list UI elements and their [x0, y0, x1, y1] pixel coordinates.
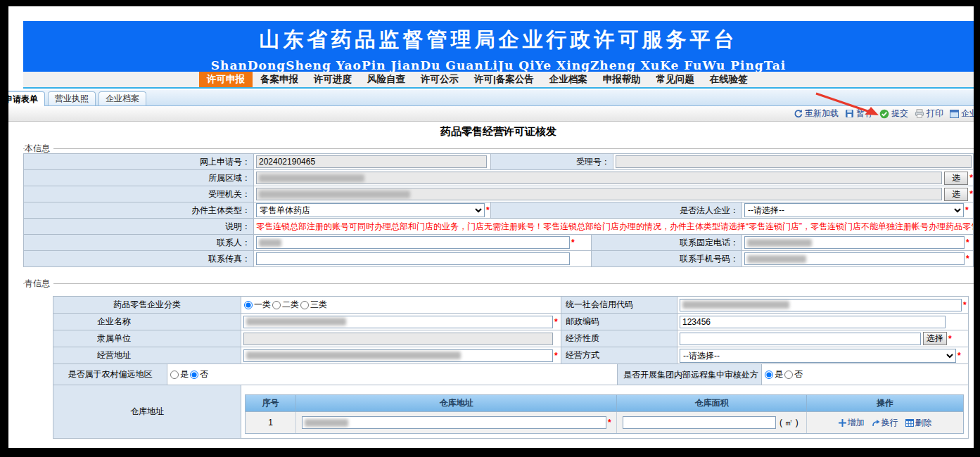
nav-item-risk-selfcheck[interactable]: 风险自查 [359, 72, 413, 87]
online-app-no-input[interactable]: 202402190465 [256, 155, 487, 168]
nav-item-online-verify[interactable]: 在线验签 [702, 72, 756, 87]
print-button[interactable]: 打印 [915, 108, 943, 120]
accept-org-select-button[interactable]: 选择 [944, 188, 968, 201]
nav-item-faq[interactable]: 常见问题 [649, 72, 702, 87]
affiliation-label: 隶属单位 [53, 330, 241, 347]
retail-class-label: 药品零售企业分类 [53, 297, 241, 314]
required-asterisk: * [969, 189, 973, 199]
tel-input[interactable] [744, 236, 965, 249]
tab-application-form[interactable]: 申请表单 [8, 91, 45, 106]
tab-enterprise-archive[interactable]: 企业档案 [98, 91, 146, 105]
site-title-pinyin: ShanDongSheng YaoPin JianDu GuanLiJu QiY… [23, 58, 974, 72]
nav-item-filing-apply[interactable]: 备案申报 [253, 72, 306, 87]
nav-item-enterprise-archive[interactable]: 企业档案 [542, 72, 595, 87]
legal-entity-label: 是否法人企业： [491, 202, 742, 219]
economic-nature-input[interactable] [680, 333, 921, 345]
tab-business-license[interactable]: 营业执照 [48, 91, 96, 105]
rural-remote-radio-no[interactable]: 否 [189, 368, 208, 380]
business-address-label: 经营地址 [53, 347, 241, 364]
subject-type-field: 零售单体药店 * [254, 202, 491, 219]
company-name-field: * [241, 314, 561, 330]
add-row-button[interactable]: 增加 [839, 417, 865, 429]
note-field: 零售连锁总部注册的账号可同时办理总部和门店的业务，门店无需注册账号！零售连锁总部… [254, 219, 974, 235]
row-rural-remote: 是否属于农村偏远地区 是 否 是否开展集团内部远程集中审核处方 是 否 [53, 364, 969, 385]
newline-row-button[interactable]: 换行 [872, 417, 898, 429]
main-nav: 许可申报 备案申报 许可进度 风险自查 许可公示 许可|备案公告 企业档案 申报… [23, 72, 974, 89]
mobile-field: * [742, 251, 974, 267]
economic-nature-select-button[interactable]: 选择 [923, 332, 947, 345]
section-apply-legend: 青信息 [25, 278, 53, 290]
fax-field [254, 251, 592, 267]
region-input[interactable] [256, 172, 942, 184]
section-basic-divider [23, 148, 974, 149]
nav-item-license-publicity[interactable]: 许可公示 [413, 72, 466, 87]
postcode-input[interactable]: 123456 [680, 316, 946, 328]
affiliation-input[interactable] [243, 333, 553, 345]
rural-remote-radio-yes[interactable]: 是 [170, 368, 189, 380]
group-remote-review-field: 是 否 [762, 364, 969, 385]
required-asterisk: * [554, 317, 558, 327]
nav-item-license-filing-notice[interactable]: 许可|备案公告 [466, 72, 542, 87]
reload-button[interactable]: 重新加载 [794, 108, 839, 120]
form-area: 药品零售经营许可证核发 本信息 网上申请号： 202402190465 受理号：… [23, 122, 974, 448]
enterprise-button[interactable]: 企业 [950, 108, 974, 120]
warehouse-area-input[interactable] [623, 416, 776, 429]
row-warehouse: 仓库地址 序号 仓库地址 仓库面积 操作 1 [53, 385, 969, 439]
business-address-field: * [241, 347, 561, 364]
save-draft-button[interactable]: 暂存 [845, 108, 873, 120]
subject-type-select[interactable]: 零售单体药店 [256, 203, 485, 217]
required-asterisk: * [963, 300, 967, 310]
retail-class-radio-3[interactable]: 三类 [300, 299, 327, 311]
print-label: 打印 [927, 108, 943, 120]
accept-no-field [613, 154, 974, 170]
group-remote-review-radio-no[interactable]: 否 [784, 368, 803, 380]
section-apply-divider [23, 283, 974, 284]
legal-entity-select[interactable]: --请选择-- [744, 203, 964, 217]
delete-row-button[interactable]: 删除 [905, 417, 932, 429]
submit-button[interactable]: 提交 [879, 108, 908, 120]
economic-nature-label: 经济性质 [561, 330, 677, 347]
postcode-label: 邮政编码 [561, 314, 677, 330]
nav-item-license-progress[interactable]: 许可进度 [306, 72, 359, 87]
retail-class-field: 一类 二类 三类 [241, 297, 561, 314]
company-name-input[interactable] [243, 316, 553, 328]
row-retail-class: 药品零售企业分类 一类 二类 三类 统一社会信用代码 * [53, 297, 969, 314]
required-asterisk: * [948, 334, 952, 344]
row-region: 所属区域： 选择 * [24, 170, 974, 186]
row-online-app-no: 网上申请号： 202402190465 受理号： [24, 154, 974, 170]
retail-class-radio-1[interactable]: 一类 [243, 299, 271, 311]
required-asterisk: * [965, 205, 969, 215]
group-remote-review-radio-yes[interactable]: 是 [764, 368, 783, 380]
accept-no-input[interactable] [616, 155, 972, 168]
required-asterisk: * [966, 238, 969, 247]
row-company-name: 企业名称 * 邮政编码 123456 [53, 314, 969, 330]
row-affiliation: 隶属单位 经济性质 选择 * [53, 330, 969, 347]
site-banner: 山东省药品监督管理局企业行政许可服务平台 ShanDongSheng YaoPi… [23, 21, 974, 72]
warehouse-field: 序号 仓库地址 仓库面积 操作 1 * [241, 385, 969, 439]
credit-code-field: * [677, 297, 969, 314]
warehouse-address-input[interactable] [302, 416, 606, 429]
contact-input[interactable] [256, 236, 570, 249]
region-select-button[interactable]: 选择 [944, 172, 968, 185]
group-remote-review-label: 是否开展集团内部远程集中审核处方 [618, 364, 762, 385]
accept-org-field: 选择 * [254, 186, 974, 202]
nav-item-license-apply[interactable]: 许可申报 [199, 72, 253, 87]
required-asterisk: * [957, 351, 961, 361]
business-address-input[interactable] [243, 349, 553, 362]
apply-info-table: 药品零售企业分类 一类 二类 三类 统一社会信用代码 * 企业名称 * [53, 296, 969, 439]
credit-code-label: 统一社会信用代码 [561, 297, 677, 314]
warehouse-label: 仓库地址 [53, 385, 241, 439]
economic-nature-field: 选择 * [677, 330, 969, 347]
row-business-address: 经营地址 * 经营方式 --请选择-- * [53, 347, 969, 364]
nav-item-apply-help[interactable]: 申报帮助 [595, 72, 649, 87]
business-mode-select[interactable]: --请选择-- [680, 349, 956, 363]
credit-code-input[interactable] [680, 299, 962, 311]
save-draft-label: 暂存 [856, 108, 873, 120]
mobile-input[interactable] [744, 252, 965, 265]
enterprise-label: 企业 [961, 108, 974, 120]
accept-org-input[interactable] [256, 188, 942, 200]
warehouse-area-cell: ( ㎡ ) [617, 412, 807, 433]
region-label: 所属区域： [24, 170, 254, 186]
fax-input[interactable] [256, 252, 570, 265]
retail-class-radio-2[interactable]: 二类 [272, 299, 299, 311]
